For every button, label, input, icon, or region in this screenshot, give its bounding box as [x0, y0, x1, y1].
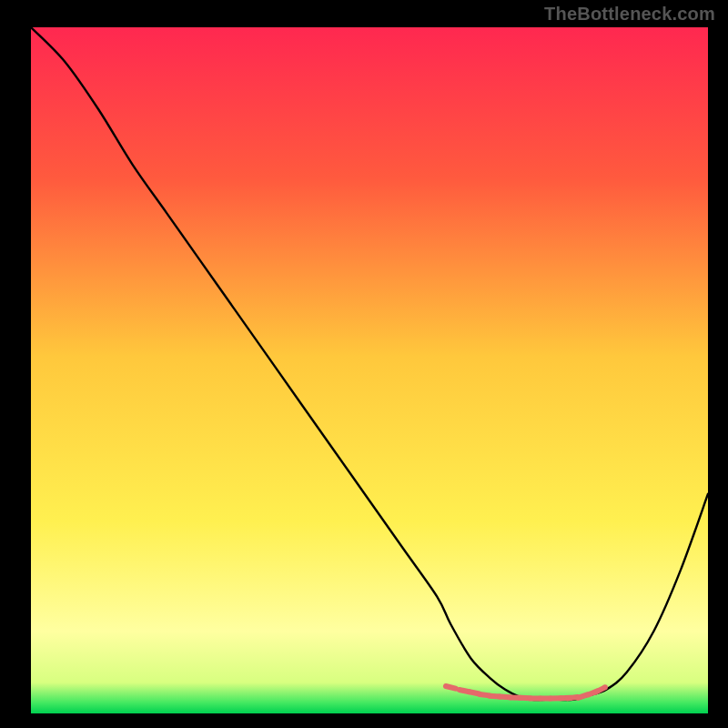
- plot-svg: [31, 27, 708, 713]
- chart-container: TheBottleneck.com: [0, 0, 728, 728]
- plot-area: [31, 27, 708, 713]
- watermark-text: TheBottleneck.com: [544, 4, 715, 25]
- gradient-background: [31, 27, 708, 713]
- marker-dash: [446, 686, 456, 689]
